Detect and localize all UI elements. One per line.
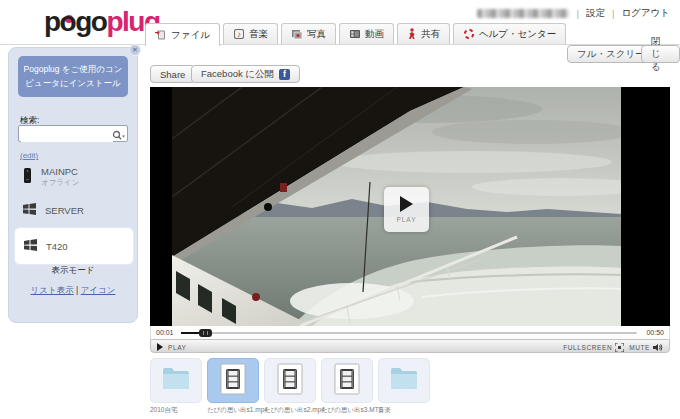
total-time: 00:50 xyxy=(646,329,664,336)
logout-link[interactable]: ログアウト xyxy=(621,7,670,20)
current-time: 00:01 xyxy=(156,329,174,336)
folder-icon xyxy=(161,366,191,395)
search-icon[interactable] xyxy=(112,128,125,146)
video-file-item[interactable]: たびの思い出s1.mp4 xyxy=(207,358,259,415)
tab-movies[interactable]: 動画 xyxy=(339,23,394,44)
settings-link[interactable]: 設定 xyxy=(586,7,605,20)
player-control-bar: PLAY FULLSCREEN MUTE xyxy=(150,339,670,353)
tab-label: 動画 xyxy=(365,28,384,41)
video-file-item[interactable]: たびの思い出s2.mp4 xyxy=(264,358,316,415)
sidebar: Pogoplug をご使用のコンピュータにインストール ✕ 検索: (edit)… xyxy=(8,47,138,323)
separator: | xyxy=(612,8,614,19)
seek-handle[interactable] xyxy=(199,329,212,337)
separator: | xyxy=(576,8,578,19)
pogoplug-window: pogoplug. | 設定 | ログアウト ファイル♪音楽写真動画共有ヘルプ・… xyxy=(0,0,680,419)
separator: | xyxy=(74,285,81,295)
tab-label: 写真 xyxy=(307,28,326,41)
seek-fill xyxy=(181,332,199,334)
windows-icon xyxy=(24,237,37,255)
fullscreen-label: FULLSCREEN xyxy=(563,344,612,351)
tab-label: 共有 xyxy=(421,28,440,41)
facebook-publish-button[interactable]: Facebook に公開 f xyxy=(191,65,300,83)
tower-icon xyxy=(23,168,32,187)
svg-text:♪: ♪ xyxy=(237,30,241,39)
play-overlay-label: PLAY xyxy=(384,216,429,223)
install-banner[interactable]: Pogoplug をご使用のコンピュータにインストール xyxy=(18,56,128,97)
help-icon xyxy=(463,28,475,40)
seek-bar[interactable] xyxy=(181,332,637,334)
tab-music[interactable]: ♪音楽 xyxy=(223,23,278,44)
folder-item[interactable]: 音楽 xyxy=(378,358,430,415)
folder-icon xyxy=(389,366,419,395)
file-thumbnail[interactable] xyxy=(207,358,259,403)
video-file-icon xyxy=(334,363,360,399)
file-thumbnail[interactable] xyxy=(150,358,202,403)
file-icon xyxy=(155,29,167,41)
file-thumbnail[interactable] xyxy=(321,358,373,403)
file-label: 音楽 xyxy=(378,406,430,415)
list-view-link[interactable]: リスト表示 xyxy=(31,285,74,295)
file-label: たびの思い出s3.MTS xyxy=(321,406,373,415)
file-thumbnail[interactable] xyxy=(264,358,316,403)
file-label: たびの思い出s2.mp4 xyxy=(264,406,316,415)
facebook-icon: f xyxy=(279,69,290,80)
folder-item[interactable]: 2010自宅 xyxy=(150,358,202,415)
play-overlay-button[interactable]: PLAY xyxy=(384,187,429,232)
icon-view-link[interactable]: アイコン xyxy=(81,285,116,295)
movie-icon xyxy=(349,28,361,40)
main-tabs: ファイル♪音楽写真動画共有ヘルプ・センター xyxy=(145,23,566,46)
tab-label: ヘルプ・センター xyxy=(479,28,556,41)
search-input[interactable] xyxy=(21,127,113,142)
play-icon xyxy=(157,343,163,351)
file-thumbnail[interactable] xyxy=(378,358,430,403)
fullscreen-icon xyxy=(615,343,624,352)
tab-label: 音楽 xyxy=(249,28,268,41)
video-area[interactable]: PLAY xyxy=(150,87,670,326)
user-name-redacted xyxy=(477,9,569,18)
play-button[interactable]: PLAY xyxy=(157,343,187,351)
device-item-mainpc[interactable]: MAINPCオフライン xyxy=(14,161,134,193)
view-mode-label: 表示モード xyxy=(9,265,137,277)
device-list: MAINPCオフラインSERVERT420 xyxy=(14,161,134,268)
windows-icon xyxy=(23,201,36,219)
file-strip: 2010自宅たびの思い出s1.mp4たびの思い出s2.mp4たびの思い出s3.M… xyxy=(150,358,430,415)
user-area: | 設定 | ログアウト xyxy=(477,7,670,20)
device-name: SERVER xyxy=(45,205,84,216)
close-icon[interactable]: ✕ xyxy=(129,44,141,56)
mute-label: MUTE xyxy=(629,344,650,351)
facebook-publish-label: Facebook に公開 xyxy=(201,68,274,81)
tab-photos[interactable]: 写真 xyxy=(281,23,336,44)
view-mode: 表示モード リスト表示 | アイコン xyxy=(9,265,137,297)
tab-files[interactable]: ファイル xyxy=(145,23,220,46)
device-status: オフライン xyxy=(41,178,79,188)
play-icon xyxy=(400,196,413,212)
speaker-icon xyxy=(653,343,663,352)
mute-button[interactable]: MUTE xyxy=(629,343,663,352)
photo-icon xyxy=(291,28,303,40)
file-label: 2010自宅 xyxy=(150,406,202,415)
tab-help-center[interactable]: ヘルプ・センター xyxy=(453,23,566,44)
device-item-server[interactable]: SERVER xyxy=(14,196,134,224)
play-label: PLAY xyxy=(168,344,187,351)
fullscreen-button[interactable]: FULLSCREEN xyxy=(563,343,624,352)
progress-row: 00:01 00:50 xyxy=(150,326,670,339)
device-name: T420 xyxy=(46,241,68,252)
file-label: たびの思い出s1.mp4 xyxy=(207,406,259,415)
share-person-icon xyxy=(407,28,417,40)
edit-link[interactable]: (edit) xyxy=(20,151,38,160)
video-file-item[interactable]: たびの思い出s3.MTS xyxy=(321,358,373,415)
device-item-t420[interactable]: T420 xyxy=(14,227,134,265)
video-file-icon xyxy=(277,363,303,399)
close-viewer-button[interactable]: 閉じる xyxy=(641,45,680,63)
tab-share[interactable]: 共有 xyxy=(397,23,450,44)
tab-label: ファイル xyxy=(171,29,210,42)
device-name: MAINPC xyxy=(41,166,79,177)
music-icon: ♪ xyxy=(233,28,245,40)
search-box xyxy=(18,125,128,142)
video-file-icon xyxy=(220,363,246,399)
video-player: PLAY 00:01 00:50 PLAY FULLSCREEN xyxy=(150,87,670,353)
share-button[interactable]: Share xyxy=(150,65,195,83)
logo-text-black: pogo xyxy=(44,6,106,37)
